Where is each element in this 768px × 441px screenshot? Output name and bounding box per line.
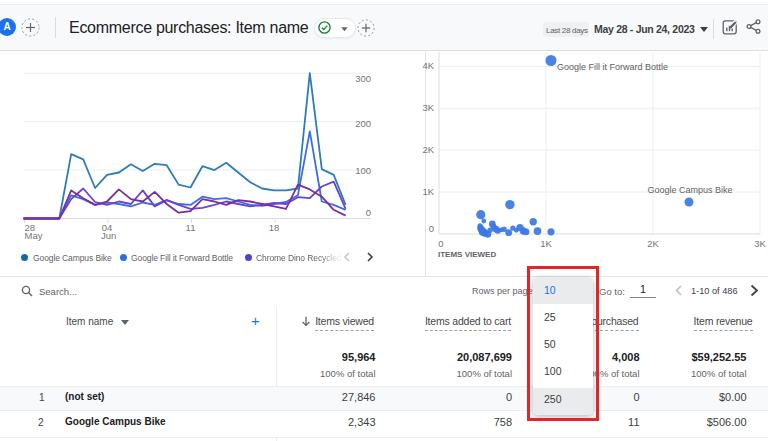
svg-text:0: 0 xyxy=(438,238,443,249)
svg-text:May: May xyxy=(25,230,43,241)
svg-text:2K: 2K xyxy=(647,238,659,249)
svg-text:0: 0 xyxy=(429,223,434,234)
svg-text:2K: 2K xyxy=(422,144,434,155)
svg-text:Google Campus Bike: Google Campus Bike xyxy=(647,185,732,195)
svg-text:3K: 3K xyxy=(754,238,766,249)
svg-text:18: 18 xyxy=(269,222,280,233)
svg-text:4K: 4K xyxy=(422,60,434,71)
svg-text:1K: 1K xyxy=(422,186,434,197)
svg-text:0: 0 xyxy=(366,207,371,218)
svg-text:Google Fill it Forward Bottle: Google Fill it Forward Bottle xyxy=(557,62,668,72)
svg-text:Jun: Jun xyxy=(101,230,116,241)
svg-text:100: 100 xyxy=(355,165,371,176)
svg-text:3K: 3K xyxy=(422,102,434,113)
svg-text:1K: 1K xyxy=(540,238,552,249)
svg-text:300: 300 xyxy=(355,73,371,84)
svg-text:11: 11 xyxy=(186,222,196,233)
svg-text:200: 200 xyxy=(355,118,371,129)
svg-text:ITEMS VIEWED: ITEMS VIEWED xyxy=(438,250,496,259)
